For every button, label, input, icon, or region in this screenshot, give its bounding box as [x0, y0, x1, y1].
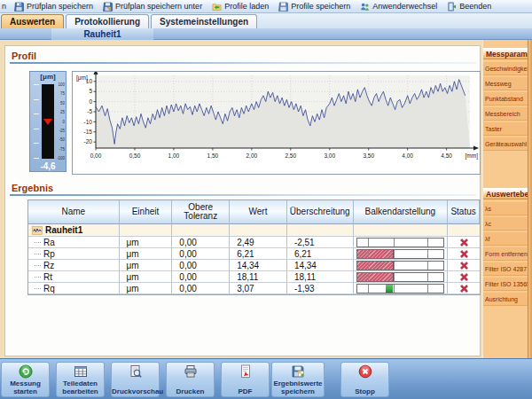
load-profile-icon — [212, 2, 222, 12]
svg-text:0: 0 — [89, 98, 92, 105]
anwenderwechsel-button[interactable]: Anwenderwechsel — [358, 1, 439, 12]
toolbar-button-label: Profile speichern — [291, 2, 350, 11]
exit-icon — [447, 2, 457, 12]
svg-text:[mm]: [mm] — [466, 153, 479, 160]
table-row-rp[interactable]: Rpμm0,006,216,21 — [28, 248, 480, 260]
bottom-button-label: Messung starten — [2, 379, 49, 395]
table-row-rz[interactable]: Rzμm0,0014,3414,34 — [28, 260, 480, 271]
pdf-icon — [239, 364, 253, 379]
panel-item-filter-iso-4287[interactable]: Filter ISO 4287 — [483, 262, 528, 276]
tab-protokollierung[interactable]: Protokollierung — [66, 14, 149, 28]
column-header: Status — [448, 200, 480, 224]
pruefplan-speichern-button[interactable]: Prüfplan speichern — [12, 1, 95, 12]
column-header: Wert — [230, 200, 287, 224]
messparameter-list: GeschwindigkeitMesswegPunktabstandMessbe… — [483, 62, 528, 153]
table-row-rt[interactable]: Rtμm0,0018,1118,11 — [28, 271, 480, 283]
column-header: Name — [28, 200, 120, 224]
save-as-icon — [103, 2, 113, 12]
drucken-button[interactable]: Drucken — [166, 362, 215, 397]
svg-text:0,50: 0,50 — [129, 153, 141, 159]
print-icon — [184, 364, 198, 379]
panel-item--f[interactable]: λf — [483, 232, 528, 246]
messparameter-header: Messparameter — [483, 48, 528, 59]
right-panel-scrollbar[interactable] — [528, 40, 532, 358]
panel-item-taster[interactable]: Taster — [483, 122, 528, 136]
tab-systemeinstellungen[interactable]: Systemeinstellungen — [151, 14, 257, 28]
svg-text:[μm]: [μm] — [76, 74, 88, 82]
parameter-name: Rq — [43, 284, 55, 293]
profile-chart[interactable]: 0,000,501,001,502,002,503,003,504,004,50… — [72, 71, 481, 175]
panel-item-punktabstand[interactable]: Punktabstand — [483, 92, 528, 106]
svg-text:5: 5 — [89, 88, 92, 94]
fail-icon — [459, 261, 469, 270]
partial-toolbar-button[interactable]: n — [2, 2, 6, 11]
workspace: Profil [μm] 1007550250-25-50-75-100 -4,6… — [0, 40, 532, 358]
pdf-button[interactable]: PDF — [221, 362, 270, 397]
tolerance-bar — [356, 272, 444, 282]
profile-laden-button[interactable]: Profile laden — [210, 1, 270, 12]
bottom-button-label: Ergebniswerte speichern — [272, 379, 324, 395]
ergebnis-section-title: Ergebnis — [12, 183, 53, 193]
fail-icon — [459, 284, 469, 293]
panel-item-geschwindigkeit[interactable]: Geschwindigkeit — [483, 62, 528, 75]
parameter-name: Rt — [43, 272, 52, 282]
profile-chart-svg: 0,000,501,001,502,002,503,003,504,004,50… — [73, 72, 480, 174]
svg-text:-5: -5 — [87, 108, 92, 114]
svg-text:4,00: 4,00 — [402, 153, 413, 159]
bottom-button-label: Druckvorschau — [112, 387, 159, 395]
right-panel: Messparameter GeschwindigkeitMesswegPunk… — [482, 40, 532, 358]
panel-item-messbereich[interactable]: Messbereich — [483, 107, 528, 121]
table-group-row[interactable]: Rauheit1 — [28, 224, 480, 237]
save-icon — [14, 2, 24, 12]
tolerance-bar — [356, 238, 444, 247]
column-header: Balkendarstellung — [354, 200, 449, 224]
panel-item-ger-teauswahl[interactable]: Geräteauswahl — [483, 137, 528, 151]
profile-waveform-icon — [32, 226, 43, 235]
panel-item-form-entfernen[interactable]: Form entfernen — [483, 247, 528, 261]
stop-icon — [358, 364, 372, 379]
panel-item-filter-iso-13565[interactable]: Filter ISO 13565 — [483, 278, 528, 291]
svg-text:2,00: 2,00 — [246, 153, 258, 159]
auswertebedingungen-header: Auswertebedingungen — [483, 188, 528, 200]
svg-text:0,00: 0,00 — [90, 153, 102, 159]
column-header: Überschreitung — [287, 200, 354, 224]
fail-icon — [459, 238, 469, 247]
panel-item-messweg[interactable]: Messweg — [483, 77, 528, 90]
toolbar-button-label: Anwenderwechsel — [372, 2, 437, 11]
print-preview-icon — [129, 364, 143, 379]
table-row-rq[interactable]: Rqμm0,003,07-1,93 — [28, 283, 480, 294]
save-results-icon — [291, 364, 305, 379]
parameter-name: Rp — [43, 249, 55, 259]
column-header: Obere Toleranz — [172, 200, 230, 224]
toolbar-button-label: Profile laden — [224, 2, 269, 11]
ergebniswerte-speichern-button[interactable]: Ergebniswerte speichern — [271, 362, 325, 397]
scale-tick-labels: 1007550250-25-50-75-100 — [54, 82, 65, 160]
panel-item-ausrichtung[interactable]: Ausrichtung — [483, 293, 528, 306]
scale-marker-triangle-icon — [43, 119, 52, 125]
panel-item--s[interactable]: λs — [483, 202, 528, 215]
druckvorschau-button[interactable]: Druckvorschau — [111, 362, 160, 397]
scale-unit-label: [μm] — [30, 73, 66, 81]
stopp-button[interactable]: Stopp — [340, 362, 389, 397]
profile-speichern-button[interactable]: Profile speichern — [277, 1, 352, 12]
results-table: NameEinheitObere ToleranzWertÜberschreit… — [27, 200, 481, 295]
tab-rauheit1[interactable]: Rauheit1 — [51, 28, 153, 40]
toolbar-button-label: Beenden — [459, 2, 491, 11]
teiledaten-bearbeiten-button[interactable]: Teiledaten bearbeiten — [56, 362, 105, 397]
panel-item--c[interactable]: λc — [483, 217, 528, 231]
table-row-ra[interactable]: Raμm0,002,49-2,51 — [28, 237, 480, 248]
toolbar-items: Prüfplan speichernPrüfplan speichern unt… — [12, 1, 493, 12]
fail-icon — [459, 249, 469, 259]
pruefplan-speichern-unter-button[interactable]: Prüfplan speichern unter — [101, 1, 204, 12]
bottom-button-label: Stopp — [341, 387, 388, 395]
table-header-row: NameEinheitObere ToleranzWertÜberschreit… — [28, 200, 480, 224]
bottom-button-label: PDF — [222, 387, 269, 395]
bottom-button-label: Drucken — [167, 387, 214, 395]
profile-scale-widget: [μm] 1007550250-25-50-75-100 -4,6 — [29, 71, 66, 172]
messung-starten-button[interactable]: Messung starten — [1, 362, 50, 397]
scale-tick-dashes — [34, 84, 39, 159]
tab-auswerten[interactable]: Auswerten — [1, 14, 64, 28]
beenden-button[interactable]: Beenden — [445, 1, 493, 12]
bottom-button-label: Teiledaten bearbeiten — [57, 379, 104, 395]
tolerance-bar — [356, 284, 444, 293]
